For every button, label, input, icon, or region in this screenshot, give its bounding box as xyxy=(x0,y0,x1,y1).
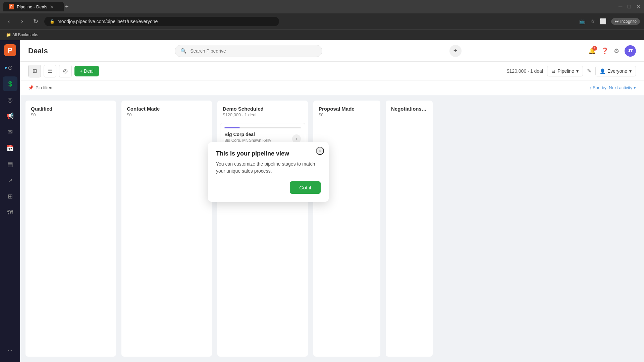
help-icon[interactable]: ❓ xyxy=(601,47,608,55)
deals-icon: 💲 xyxy=(7,80,14,87)
forecast-icon: ◎ xyxy=(63,68,68,74)
tab-title: Pipeline - Deals xyxy=(17,4,47,9)
add-deal-button[interactable]: + Deal xyxy=(74,66,99,76)
user-avatar[interactable]: JT xyxy=(625,45,636,57)
everyone-dropdown[interactable]: 👤 Everyone ▾ xyxy=(595,66,636,76)
tooltip-title: This is your pipeline view xyxy=(216,150,321,157)
column-amount-proposal: $0 xyxy=(319,112,375,117)
bookmark-star-icon[interactable]: ☆ xyxy=(590,18,595,24)
lock-icon: 🔒 xyxy=(50,19,55,24)
deal-name: Big Corp deal xyxy=(224,132,271,137)
cast-icon: 📺 xyxy=(579,18,586,24)
column-title-proposal: Proposal Made xyxy=(319,106,375,112)
back-button[interactable]: ‹ xyxy=(4,18,13,25)
partial-negotiations-label: Negotiations Started xyxy=(391,106,427,112)
global-add-button[interactable]: + xyxy=(449,45,462,57)
sidebar-item-calendar[interactable]: 📅 xyxy=(3,141,17,156)
close-tab-button[interactable]: ✕ xyxy=(50,4,54,9)
pin-icon: 📌 xyxy=(28,85,34,90)
column-title-demo: Demo Scheduled xyxy=(223,106,303,112)
edit-pipeline-icon[interactable]: ✎ xyxy=(587,68,591,74)
chevron-down-icon: ▾ xyxy=(576,68,579,74)
column-amount-demo: $120,000 · 1 deal xyxy=(223,112,303,117)
extension-icon: ⬜ xyxy=(600,18,606,24)
pipeline-tooltip: × This is your pipeline view You can cus… xyxy=(208,142,329,202)
activity-icon: ⊙ xyxy=(8,64,13,71)
url-display[interactable]: moodjoy.pipedrive.com/pipeline/1/user/ev… xyxy=(57,19,158,24)
incognito-badge: 🕶 Incognito xyxy=(611,18,640,25)
tooltip-close-button[interactable]: × xyxy=(316,147,324,155)
sidebar-item-map[interactable]: 🗺 xyxy=(3,205,17,220)
app-logo[interactable]: P xyxy=(4,44,16,56)
column-proposal: Proposal Made $0 xyxy=(313,101,380,357)
column-qualified: Qualified $0 xyxy=(25,101,116,357)
sidebar-item-activity[interactable]: ⊙ xyxy=(3,60,17,75)
sort-activity-link[interactable]: ↕ Sort by: Next activity ▾ xyxy=(589,85,636,90)
settings-icon[interactable]: ⚙ xyxy=(614,47,619,55)
column-amount-contact: $0 xyxy=(127,112,207,117)
campaigns-icon: 📢 xyxy=(6,112,14,120)
forward-button[interactable]: › xyxy=(17,18,27,25)
kanban-icon: ⊞ xyxy=(33,68,37,74)
contacts-icon: ▤ xyxy=(7,161,13,168)
notifications-icon[interactable]: 🔔 2 xyxy=(588,47,596,55)
column-negotiations: Negotiations Started xyxy=(386,101,433,357)
list-view-button[interactable]: ☰ xyxy=(44,65,56,77)
sidebar-item-products[interactable]: ⊞ xyxy=(3,189,17,204)
sidebar-item-campaigns[interactable]: 📢 xyxy=(3,109,17,123)
calendar-icon: 📅 xyxy=(6,144,14,152)
leads-icon: ◎ xyxy=(7,96,13,104)
notification-badge: 2 xyxy=(592,46,597,51)
user-filter-icon: 👤 xyxy=(600,68,605,74)
sidebar-item-contacts[interactable]: ▤ xyxy=(3,157,17,172)
sidebar-item-mail[interactable]: ✉ xyxy=(3,125,17,139)
bookmarks-folder[interactable]: 📁 All Bookmarks xyxy=(4,32,40,38)
map-icon: 🗺 xyxy=(7,209,13,216)
sort-icon: ↕ xyxy=(589,85,592,90)
search-input[interactable] xyxy=(190,48,317,54)
pipeline-board: Qualified $0 Contact Made $0 D xyxy=(20,95,644,362)
search-icon: 🔍 xyxy=(180,48,187,54)
deal-arrow-button[interactable]: › xyxy=(292,134,301,143)
sidebar-more-button[interactable]: ··· xyxy=(3,343,17,358)
tooltip-body: You can customize the pipeline stages to… xyxy=(216,161,321,175)
column-title-qualified: Qualified xyxy=(31,106,111,112)
sidebar: P ⊙ 💲 ◎ 📢 ✉ 📅 ▤ xyxy=(0,40,20,362)
kanban-view-button[interactable]: ⊞ xyxy=(28,65,41,77)
reload-button[interactable]: ↻ xyxy=(31,18,40,25)
insights-icon: ↗ xyxy=(8,177,13,184)
column-demo-scheduled: Demo Scheduled $120,000 · 1 deal Big Cor… xyxy=(217,101,308,357)
got-it-button[interactable]: Got it xyxy=(290,181,321,194)
products-icon: ⊞ xyxy=(8,193,13,200)
list-icon: ☰ xyxy=(48,68,52,74)
column-amount-qualified: $0 xyxy=(31,112,111,117)
tab-favicon: P xyxy=(9,4,14,9)
chevron-down-icon-everyone: ▾ xyxy=(629,68,632,74)
pipeline-dropdown[interactable]: ⊟ Pipeline ▾ xyxy=(547,66,583,76)
mail-icon: ✉ xyxy=(8,128,13,136)
column-title-negotiations: Negotiations Started xyxy=(391,106,427,112)
sidebar-item-deals[interactable]: 💲 xyxy=(3,76,17,91)
search-bar[interactable]: 🔍 xyxy=(175,45,322,57)
column-contact-made: Contact Made $0 xyxy=(121,101,212,357)
forecast-view-button[interactable]: ◎ xyxy=(59,65,72,77)
sidebar-item-leads[interactable]: ◎ xyxy=(3,93,17,107)
page-title: Deals xyxy=(28,47,48,55)
pin-filters-button[interactable]: 📌 Pin filters xyxy=(28,85,53,90)
sidebar-item-insights[interactable]: ↗ xyxy=(3,173,17,188)
deal-summary: $120,000 · 1 deal xyxy=(507,68,543,74)
pipeline-icon: ⊟ xyxy=(551,68,555,74)
close-button[interactable]: ✕ xyxy=(636,4,641,10)
minimize-button[interactable]: ─ xyxy=(619,4,622,10)
deal-progress-bar xyxy=(224,127,301,128)
new-tab-button[interactable]: + xyxy=(65,3,69,10)
chevron-sort-icon: ▾ xyxy=(634,85,636,90)
maximize-button[interactable]: □ xyxy=(628,4,631,10)
deal-progress-fill xyxy=(224,127,240,128)
column-title-contact: Contact Made xyxy=(127,106,207,112)
